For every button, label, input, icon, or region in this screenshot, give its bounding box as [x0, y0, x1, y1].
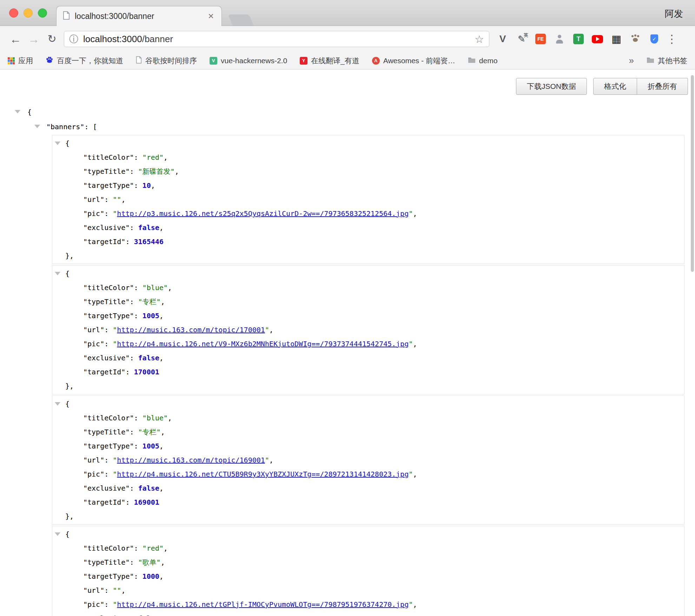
new-tab-button[interactable]	[228, 14, 254, 26]
json-line: "targetId": 169001	[52, 495, 684, 509]
window-controls	[9, 8, 47, 18]
json-punct: :	[130, 484, 138, 492]
json-key: "exclusive"	[83, 614, 130, 616]
collapse-triangle-icon[interactable]	[34, 125, 40, 128]
json-punct: :	[130, 297, 138, 306]
json-link[interactable]: http://p4.music.126.net/tGPljf-IMOCyPvum…	[117, 600, 409, 609]
bookmark-baidu[interactable]: 百度一下，你就知道	[46, 56, 123, 66]
json-line: "typeTitle": "歌单",	[52, 555, 684, 569]
collapse-triangle-icon[interactable]	[55, 402, 60, 406]
json-link[interactable]: http://p4.music.126.net/V9-MXz6b2MNhEKju…	[117, 340, 409, 348]
vue-devtools-extension-icon[interactable]: V	[496, 33, 509, 45]
bookmark-google-sort[interactable]: 谷歌按时间排序	[136, 56, 197, 66]
bookmark-apps[interactable]: 应用	[8, 56, 33, 66]
translate-badge: 英	[524, 32, 528, 38]
bookmark-folder-demo[interactable]: demo	[468, 57, 498, 65]
json-punct: ,	[161, 428, 165, 436]
json-key: "url"	[83, 586, 104, 595]
json-key: "targetId"	[83, 368, 125, 376]
shield-extension-icon[interactable]: ✓	[648, 33, 661, 45]
json-string-value: "red"	[143, 544, 164, 552]
json-line: {	[52, 527, 684, 541]
bookmark-label: 应用	[18, 56, 33, 66]
vue-icon: V	[210, 57, 217, 65]
json-punct: :	[104, 195, 113, 204]
forward-button[interactable]: →	[25, 33, 43, 45]
qr-code-extension-icon[interactable]: ▦	[610, 33, 623, 45]
collapse-triangle-icon[interactable]	[55, 532, 60, 536]
json-link[interactable]: http://music.163.com/m/topic/170001	[117, 326, 265, 334]
address-bar[interactable]: ⓘ localhost:3000/banner ☆	[64, 31, 489, 47]
json-punct: :	[125, 237, 134, 246]
json-link[interactable]: http://p4.music.126.net/CTU5B9R9y3XyYBZX…	[117, 470, 409, 478]
shield-icon: ✓	[650, 34, 658, 44]
json-line: "targetId": 170001	[52, 365, 684, 379]
bookmarks-bar: 应用 百度一下，你就知道 谷歌按时间排序 V vue-hackernews-2.…	[0, 52, 695, 70]
page-content: 下载JSON数据 格式化 折叠所有 { "banners": [ {"title…	[0, 70, 695, 616]
format-button[interactable]: 格式化	[593, 78, 637, 95]
json-punct: "	[409, 340, 413, 348]
green-t-extension-icon[interactable]: T	[572, 33, 585, 45]
json-line: },	[52, 379, 684, 393]
json-object-box: {"titleColor": "blue","typeTitle": "专栏",…	[52, 265, 684, 394]
youtube-extension-icon[interactable]	[591, 33, 604, 45]
json-punct: {	[27, 108, 32, 116]
json-key: "pic"	[83, 600, 104, 609]
json-line: {	[52, 267, 684, 281]
json-key: "typeTitle"	[83, 558, 130, 566]
bookmark-label: demo	[479, 57, 498, 65]
collapse-triangle-icon[interactable]	[15, 110, 20, 113]
json-key: "targetId"	[83, 498, 125, 506]
json-punct: ,	[413, 470, 417, 478]
translate-pen-extension-icon[interactable]: ✎英	[515, 33, 528, 45]
bookmarks-overflow-chevron[interactable]: »	[629, 55, 634, 66]
json-punct: ,	[159, 614, 164, 616]
page-info-icon[interactable]: ⓘ	[69, 33, 78, 45]
youdao-icon: Y	[300, 57, 307, 65]
json-string-value: "歌单"	[138, 558, 161, 566]
paw-extension-icon[interactable]	[629, 33, 642, 45]
back-button[interactable]: ←	[6, 33, 25, 45]
json-key: "titleColor"	[83, 283, 134, 292]
bookmark-label: 谷歌按时间排序	[145, 56, 197, 66]
json-string-value: ""	[113, 195, 121, 204]
fe-extension-icon[interactable]: FE	[534, 33, 547, 45]
json-boolean-value: false	[138, 354, 159, 362]
collapse-triangle-icon[interactable]	[55, 142, 60, 145]
json-line: "exclusive": false,	[52, 481, 684, 495]
minimize-window-button[interactable]	[24, 8, 33, 18]
collapse-triangle-icon[interactable]	[55, 272, 60, 275]
json-number-value: 3165446	[134, 237, 164, 246]
close-window-button[interactable]	[9, 8, 18, 18]
json-key: "pic"	[83, 340, 104, 348]
paw-icon	[631, 35, 640, 43]
json-number-value: 10	[143, 181, 151, 190]
json-punct: :	[134, 181, 143, 190]
bookmark-vue-hackernews[interactable]: V vue-hackernews-2.0	[210, 57, 287, 65]
json-line: "pic": "http://p3.music.126.net/s25q2x5Q…	[52, 207, 684, 221]
collapse-all-button[interactable]: 折叠所有	[637, 78, 688, 95]
page-scrollbar[interactable]	[691, 75, 694, 272]
browser-menu-icon[interactable]: ⋮	[666, 33, 677, 45]
bookmark-youdao-translate[interactable]: Y 在线翻译_有道	[300, 56, 359, 66]
download-json-button[interactable]: 下载JSON数据	[516, 78, 587, 95]
json-punct: "	[409, 209, 413, 218]
people-extension-icon[interactable]	[553, 33, 566, 45]
json-link[interactable]: http://p3.music.126.net/s25q2x5QyqsAzilC…	[117, 209, 409, 218]
other-bookmarks[interactable]: 其他书签	[647, 56, 687, 66]
json-punct: ,	[159, 484, 164, 492]
json-key: "titleColor"	[83, 153, 134, 162]
bookmark-awesomes[interactable]: A Awesomes - 前端资…	[372, 56, 455, 66]
json-key: "titleColor"	[83, 414, 134, 422]
browser-tab[interactable]: localhost:3000/banner ×	[56, 6, 222, 26]
bookmark-star-icon[interactable]: ☆	[475, 33, 484, 45]
json-punct: ,	[413, 209, 417, 218]
page-favicon-icon	[63, 11, 70, 21]
zoom-window-button[interactable]	[38, 8, 47, 18]
json-link[interactable]: http://music.163.com/m/topic/169001	[117, 456, 265, 464]
tab-close-icon[interactable]: ×	[207, 11, 215, 21]
json-punct: "	[113, 340, 117, 348]
reload-button[interactable]: ↻	[43, 34, 61, 44]
json-object-box: {"titleColor": "blue","typeTitle": "专栏",…	[52, 395, 684, 525]
json-punct: :	[104, 340, 113, 348]
